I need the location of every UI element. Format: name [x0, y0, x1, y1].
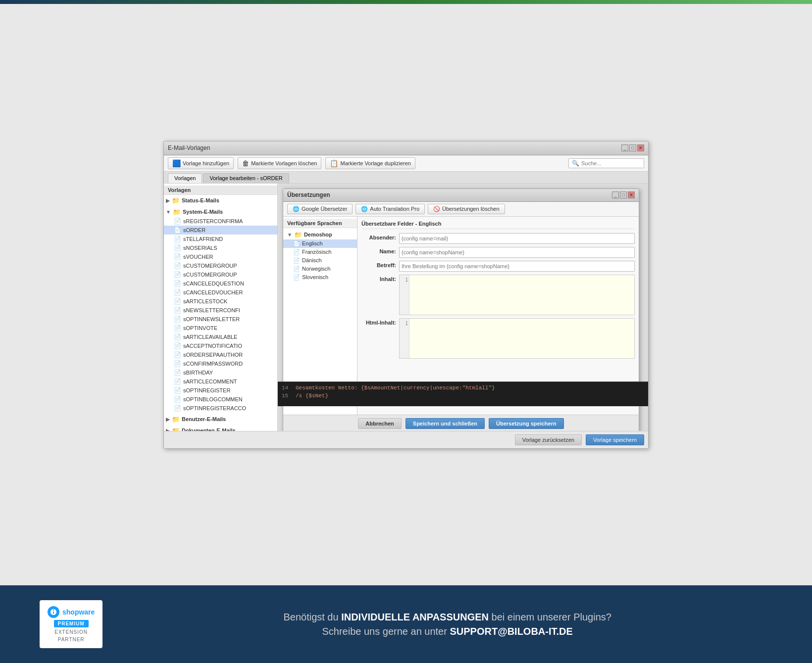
google-translate-button[interactable]: 🌐 Google Übersetzer	[287, 204, 353, 214]
sidebar-item-snoserials[interactable]: 📄 sNOSERIALS	[164, 243, 277, 252]
file-icon-soptinblog: 📄	[174, 396, 181, 403]
reset-template-button[interactable]: Vorlage zurücksetzen	[515, 434, 582, 445]
sidebar-item-sbirthday[interactable]: 📄 sBIRTHDAY	[164, 368, 277, 377]
modal-toolbar: 🌐 Google Übersetzer 🌐 Auto Translation P…	[283, 202, 639, 217]
lang-item-slovenian[interactable]: 📄 Slovenisch	[283, 273, 357, 282]
absender-input[interactable]	[399, 233, 635, 244]
arrow-right-benutzer-icon: ▶	[166, 417, 170, 422]
sidebar-item-soptinblog[interactable]: 📄 sOPTINBLOGCOMMEN	[164, 395, 277, 404]
toolbar: 🟦 Vorlage hinzufügen 🗑 Markierte Vorlage…	[164, 155, 648, 172]
action-bar: Vorlage zurücksetzen Vorlage speichern	[164, 431, 648, 448]
delete-translations-button[interactable]: 🚫 Übersetzungen löschen	[428, 204, 505, 214]
html-line-numbers: 1	[400, 319, 409, 358]
save-close-button[interactable]: Speichern und schließen	[406, 418, 485, 429]
tab-edit[interactable]: Vorlage bearbeiten - sORDER	[203, 173, 289, 183]
window-titlebar: E-Mail-Vorlagen _ □ ✕	[164, 142, 648, 155]
sidebar-item-soptinregacc[interactable]: 📄 sOPTINREGISTERACCO	[164, 404, 277, 413]
html-label: Html-Inhalt:	[361, 318, 396, 326]
file-english-icon: 📄	[293, 240, 300, 247]
lang-item-norwegian[interactable]: 📄 Norwegisch	[283, 265, 357, 273]
sidebar-item-snewsletter[interactable]: 📄 sNEWSLETTERCONFI	[164, 306, 277, 315]
close-btn[interactable]: ✕	[637, 144, 644, 151]
sidebar-item-dokumente-emails[interactable]: ▶ 📁 Dokumenten-E-Mails	[164, 426, 277, 431]
sidebar-item-scustomer2[interactable]: 📄 sCUSTOMERGROUP	[164, 270, 277, 279]
code-line-15: 15 /s {$sNet}	[282, 392, 644, 400]
sidebar-item-scustomer1[interactable]: 📄 sCUSTOMERGROUP	[164, 261, 277, 270]
cancel-button[interactable]: Abbrechen	[358, 418, 401, 429]
sidebar-item-sarticlestock[interactable]: 📄 sARTICLESTOCK	[164, 297, 277, 306]
file-icon-sordersepa: 📄	[174, 351, 181, 358]
html-textarea[interactable]	[409, 319, 634, 358]
delete-templates-button[interactable]: 🗑 Markierte Vorlagen löschen	[238, 157, 321, 169]
save-translation-label: Übersetzung speichern	[496, 421, 557, 426]
inhalt-label: Inhalt:	[361, 275, 396, 282]
file-icon-svoucher: 📄	[174, 253, 181, 260]
inhalt-textarea[interactable]	[409, 275, 634, 315]
search-input[interactable]	[581, 160, 641, 166]
norwegian-label: Norwegisch	[302, 266, 330, 272]
sidebar-item-sorder[interactable]: 📄 sORDER	[164, 226, 277, 235]
sidebar-item-soptin1[interactable]: 📄 sOPTINNEWSLETTER	[164, 315, 277, 324]
file-icon-soptin1: 📄	[174, 316, 181, 323]
folder-benutzer-icon: 📁	[172, 416, 180, 423]
footer-line1-text: Benötigst du	[283, 612, 341, 622]
file-icon-soptinregacc: 📄	[174, 405, 181, 412]
benutzer-emails-label: Benutzer-E-Mails	[182, 416, 226, 422]
inhalt-line-numbers: 1	[400, 275, 409, 315]
tab-bar: Vorlagen Vorlage bearbeiten - sORDER	[164, 172, 648, 184]
html-row: Html-Inhalt: 1	[361, 318, 635, 359]
sidebar-item-scanceled1[interactable]: 📄 sCANCELEDQUESTION	[164, 279, 277, 288]
betreff-row: Betreff:	[361, 261, 635, 272]
lang-group-header[interactable]: ▼ 📁 Demoshop	[283, 230, 357, 239]
duplicate-template-button[interactable]: 📋 Markierte Vorlage duplizieren	[325, 157, 415, 169]
code-text-14: Gesamtkosten Netto: {$sAmountNet|currenc…	[296, 384, 495, 392]
reset-label: Vorlage zurücksetzen	[522, 437, 574, 443]
sidebar-item-sconfirm[interactable]: 📄 sCONFIRMPASSWORD	[164, 359, 277, 368]
arrow-right-dokumente-icon: ▶	[166, 428, 170, 431]
file-icon-stellafriend: 📄	[174, 236, 181, 242]
maximize-btn[interactable]: □	[629, 144, 636, 151]
name-label: Name:	[361, 247, 396, 254]
modal-maximize-btn[interactable]: □	[620, 191, 627, 198]
sidebar-item-soptinvote[interactable]: 📄 sOPTINVOTE	[164, 324, 277, 332]
shopware-badge: shopware PREMIUM EXTENSION PARTNER	[40, 600, 102, 648]
danish-label: Dänisch	[302, 257, 322, 263]
file-norwegian-icon: 📄	[293, 266, 300, 272]
cancel-label: Abbrechen	[365, 421, 394, 426]
sidebar-item-status-emails[interactable]: ▶ 📁 Status-E-Mails	[164, 196, 277, 205]
sidebar-item-scanceled2[interactable]: 📄 sCANCELEDVOUCHER	[164, 288, 277, 297]
lang-item-french[interactable]: 📄 Französisch	[283, 248, 357, 256]
modal-close-btn[interactable]: ✕	[628, 191, 635, 198]
minimize-btn[interactable]: _	[621, 144, 628, 151]
arrow-down-lang-icon: ▼	[287, 232, 292, 237]
sidebar-item-sarticlecomment[interactable]: 📄 sARTICLECOMMENT	[164, 377, 277, 386]
tab-vorlagen[interactable]: Vorlagen	[168, 173, 202, 183]
delete-translations-label: Übersetzungen löschen	[442, 206, 500, 212]
sidebar-item-svoucher[interactable]: 📄 sVOUCHER	[164, 252, 277, 261]
add-template-button[interactable]: 🟦 Vorlage hinzufügen	[168, 157, 234, 169]
lang-item-english[interactable]: 📄 Englisch	[283, 239, 357, 248]
sidebar-item-sarticleavail[interactable]: 📄 sARTICLEAVAILABLE	[164, 332, 277, 341]
english-label: Englisch	[302, 240, 323, 246]
modal-minimize-btn[interactable]: _	[612, 191, 619, 198]
sidebar-item-sordersepa[interactable]: 📄 sORDERSEPAAUTHOR	[164, 350, 277, 359]
lang-item-danish[interactable]: 📄 Dänisch	[283, 256, 357, 265]
extension-text: EXTENSION	[54, 629, 88, 635]
sidebar-item-sregister[interactable]: 📄 sREGISTERCONFIRMA	[164, 217, 277, 226]
name-input[interactable]	[399, 247, 635, 258]
delete-icon: 🗑	[242, 159, 249, 167]
sidebar-item-saccept[interactable]: 📄 sACCEPTNOTIFICATIO	[164, 341, 277, 350]
save-template-button[interactable]: Vorlage speichern	[586, 434, 644, 445]
lang-panel-header: Verfügbare Sprachen	[283, 219, 357, 228]
sidebar: Vorlagen ▶ 📁 Status-E-Mails ▼ 📁 System-E…	[164, 184, 278, 431]
sidebar-item-system-emails[interactable]: ▼ 📁 System-E-Mails	[164, 207, 277, 217]
sidebar-item-stellafriend[interactable]: 📄 sTELLAFRIEND	[164, 235, 277, 243]
betreff-input[interactable]	[399, 261, 635, 272]
sidebar-item-benutzer-emails[interactable]: ▶ 📁 Benutzer-E-Mails	[164, 415, 277, 424]
file-french-icon: 📄	[293, 249, 300, 255]
auto-translation-button[interactable]: 🌐 Auto Translation Pro	[355, 204, 425, 214]
duplicate-template-label: Markierte Vorlage duplizieren	[340, 160, 410, 166]
html-area: 1	[399, 318, 635, 359]
save-translation-button[interactable]: Übersetzung speichern	[489, 418, 564, 429]
sidebar-item-soptinregister[interactable]: 📄 sOPTINREGISTER	[164, 386, 277, 395]
